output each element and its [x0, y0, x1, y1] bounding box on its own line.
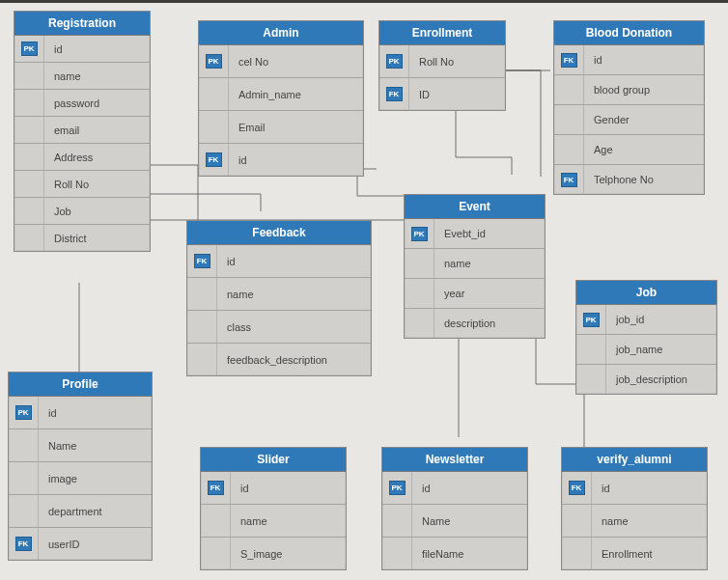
- fk-badge: FK: [561, 173, 577, 187]
- field: name: [217, 289, 371, 300]
- fk-badge: FK: [206, 152, 222, 167]
- entity-job: Job PKjob_id job_name job_description: [575, 280, 717, 395]
- field: Address: [44, 152, 150, 163]
- field: id: [584, 54, 704, 66]
- field: Gender: [584, 114, 704, 125]
- entity-title: Profile: [9, 373, 152, 397]
- field: description: [434, 318, 545, 329]
- field: job_description: [606, 373, 716, 385]
- field: District: [44, 233, 150, 244]
- field: Admin_name: [229, 89, 363, 100]
- entity-verify-alumni: verify_alumni FKid name Enrollment: [561, 447, 708, 570]
- field: id: [231, 483, 346, 494]
- entity-slider: Slider FKid name S_image: [200, 447, 347, 570]
- field: Roll No: [44, 179, 150, 190]
- entity-title: Job: [576, 281, 716, 305]
- field: name: [434, 258, 545, 269]
- field: blood group: [584, 84, 704, 96]
- entity-profile: Profile PKid Name image department FKuse…: [8, 372, 153, 561]
- entity-title: Blood Donation: [554, 21, 704, 45]
- entity-feedback: Feedback FKid name class feedback_descri…: [186, 220, 372, 376]
- entity-title: Slider: [201, 448, 346, 472]
- pk-badge: PK: [411, 227, 428, 241]
- field: name: [44, 70, 150, 82]
- fk-badge: FK: [569, 481, 585, 495]
- pk-badge: PK: [386, 54, 403, 69]
- field: name: [592, 515, 707, 527]
- entity-admin: Admin PKcel No Admin_name Email FKid: [198, 20, 364, 177]
- entity-event: Event PKEvebt_id name year description: [404, 194, 546, 339]
- field: Roll No: [409, 56, 505, 68]
- fk-badge: FK: [194, 254, 210, 268]
- field: Telphone No: [584, 174, 704, 185]
- field: feedback_description: [217, 354, 371, 366]
- field: job_id: [606, 314, 716, 325]
- fk-badge: FK: [386, 87, 403, 101]
- fk-badge: FK: [208, 481, 224, 495]
- field: Enrollment: [592, 548, 707, 560]
- field: id: [44, 43, 150, 55]
- field: Email: [229, 122, 363, 133]
- field: id: [217, 256, 371, 267]
- field: id: [229, 154, 363, 166]
- entity-blood-donation: Blood Donation FKid blood group Gender A…: [553, 20, 705, 195]
- pk-badge: PK: [21, 41, 38, 56]
- field: Name: [412, 515, 527, 527]
- entity-title: Enrollment: [379, 21, 505, 45]
- field: userID: [39, 539, 152, 550]
- entity-enrollment: Enrollment PKRoll No FKID: [378, 20, 506, 111]
- entity-newsletter: Newsletter PKid Name fileName: [381, 447, 528, 570]
- field: cel No: [229, 56, 363, 68]
- field: Evebt_id: [434, 228, 545, 239]
- pk-badge: PK: [206, 54, 222, 69]
- field: fileName: [412, 548, 527, 560]
- entity-title: Admin: [199, 21, 363, 45]
- pk-badge: PK: [583, 313, 600, 327]
- diagram-canvas: Registration PKid name password email Ad…: [0, 0, 728, 580]
- entity-title: Newsletter: [382, 448, 527, 472]
- field: image: [39, 473, 152, 484]
- field: Job: [44, 206, 150, 217]
- field: class: [217, 321, 371, 333]
- entity-registration: Registration PKid name password email Ad…: [14, 11, 151, 252]
- fk-badge: FK: [15, 537, 32, 551]
- fk-badge: FK: [561, 53, 577, 68]
- pk-badge: PK: [389, 481, 406, 495]
- field: name: [231, 515, 346, 527]
- field: job_name: [606, 344, 716, 355]
- field: year: [434, 288, 545, 299]
- field: Age: [584, 144, 704, 155]
- field: Name: [39, 440, 152, 452]
- field: password: [44, 97, 150, 109]
- pk-badge: PK: [15, 405, 32, 420]
- entity-title: verify_alumni: [562, 448, 707, 472]
- field: S_image: [231, 548, 346, 560]
- entity-title: Registration: [14, 12, 150, 36]
- entity-title: Feedback: [187, 221, 371, 245]
- field: id: [592, 483, 707, 494]
- field: department: [39, 506, 152, 517]
- field: id: [412, 483, 527, 494]
- field: email: [44, 124, 150, 136]
- field: ID: [409, 89, 505, 100]
- field: id: [39, 407, 152, 419]
- entity-title: Event: [405, 195, 545, 219]
